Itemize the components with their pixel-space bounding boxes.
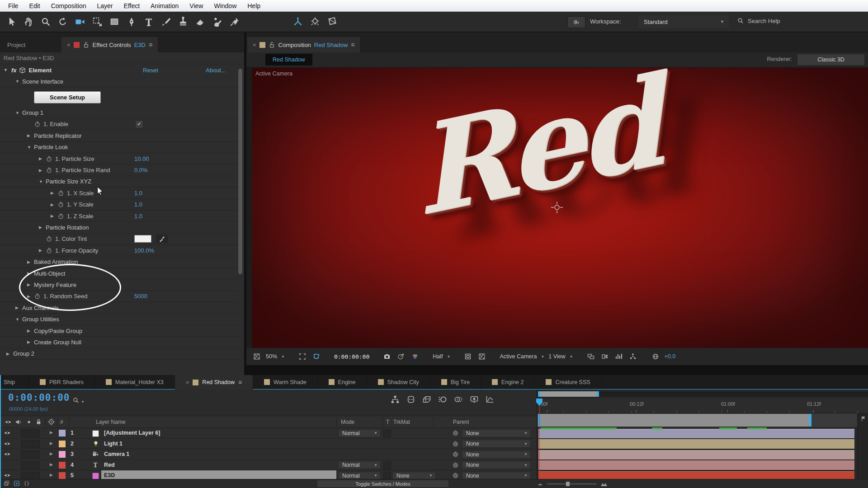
trkmat-column-label[interactable]: TrkMat — [393, 419, 410, 425]
workspace-select[interactable]: Standard ▼ — [638, 15, 729, 28]
view-menu-value[interactable]: Active Camera — [500, 353, 537, 360]
twirl-right-icon[interactable]: ▶ — [27, 294, 34, 299]
timeline-tab-creature-sss[interactable]: Creature SSS — [535, 375, 601, 389]
comp-network-icon[interactable] — [391, 395, 400, 404]
parent-pick-whip-icon[interactable] — [452, 462, 459, 469]
twirl-right-icon[interactable]: ▶ — [27, 260, 34, 264]
about-link[interactable]: About... — [206, 67, 226, 74]
lock-cell[interactable] — [31, 450, 40, 459]
zoom-track[interactable] — [547, 483, 597, 484]
lock-cell[interactable] — [31, 461, 40, 469]
eyedropper-icon[interactable] — [156, 235, 168, 243]
parent-column-label[interactable]: Parent — [453, 419, 469, 425]
eye-column-icon[interactable] — [5, 418, 12, 426]
parent-dropdown[interactable]: None▼ — [462, 461, 531, 469]
parent-dropdown[interactable]: None▼ — [462, 440, 531, 448]
twirl-right-icon[interactable]: ▶ — [39, 225, 46, 230]
twirl-right-icon[interactable]: ▶ — [39, 248, 46, 253]
layer-label-chip[interactable] — [59, 462, 66, 469]
twirl-down-icon[interactable]: ▼ — [4, 68, 8, 72]
work-area[interactable] — [537, 413, 868, 427]
twirl-down-icon[interactable]: ▼ — [15, 79, 22, 84]
motion-blur-icon[interactable] — [438, 395, 447, 404]
snapshot[interactable] — [382, 352, 392, 361]
tab-effect-controls[interactable]: × Effect Controls E3D ≡ — [61, 37, 158, 52]
parent-dropdown[interactable]: None▼ — [462, 472, 531, 480]
view-count-value[interactable]: 1 View — [548, 353, 565, 360]
t-cell[interactable] — [383, 429, 391, 437]
twirl-down-icon[interactable]: ▼ — [15, 111, 22, 115]
scrollbar[interactable] — [238, 69, 242, 274]
pan-behind-tool[interactable] — [89, 14, 106, 30]
zoom-in-icon[interactable] — [600, 480, 608, 488]
solo-cell[interactable] — [21, 440, 30, 448]
timeline-tab-ship[interactable]: Ship — [1, 375, 29, 389]
close-icon[interactable]: × — [186, 379, 189, 386]
layer-duration-bar-1[interactable] — [538, 429, 854, 438]
rgb-channels[interactable] — [410, 352, 420, 361]
timeline-tab-red-shadow[interactable]: ×Red Shadow≡ — [175, 375, 253, 389]
twirl-right-icon[interactable]: ▶ — [27, 340, 34, 344]
property-value[interactable]: 0.0% — [134, 167, 148, 174]
lock-icon[interactable] — [269, 42, 275, 48]
timeline-tab-big-tire[interactable]: Big Tire — [430, 375, 481, 389]
twirl-right-icon[interactable]: ▶ — [50, 451, 53, 456]
twirl-right-icon[interactable]: ▶ — [27, 133, 34, 138]
timeline-zoom-slider[interactable] — [538, 480, 608, 488]
zoom-tool[interactable] — [37, 14, 54, 30]
magnification-value[interactable]: 50% — [266, 353, 277, 360]
twirl-down-icon[interactable]: ▼ — [27, 145, 34, 150]
parent-dropdown[interactable]: None▼ — [462, 450, 531, 459]
renderer-button[interactable]: Classic 3D — [797, 54, 864, 65]
parent-pick-whip-icon[interactable] — [452, 441, 459, 447]
toggle-switches-button[interactable]: Toggle Switches / Modes — [317, 480, 448, 487]
stopwatch-icon[interactable] — [57, 201, 66, 208]
stopwatch-icon[interactable] — [34, 121, 42, 127]
property-value[interactable]: 1.0 — [134, 190, 142, 197]
timeline-search[interactable]: ▼ — [72, 397, 85, 404]
color-swatch[interactable] — [134, 235, 151, 243]
viewer-timecode[interactable]: 0:00:00:00 — [334, 353, 369, 360]
workspace-icon[interactable] — [567, 16, 585, 28]
twirl-right-icon[interactable]: ▶ — [51, 214, 57, 218]
layer-label-chip[interactable] — [59, 441, 66, 447]
menu-help[interactable]: Help — [242, 0, 266, 11]
twirl-right-icon[interactable]: ▶ — [51, 202, 57, 207]
zoom-out-icon[interactable] — [538, 481, 543, 487]
rotate-tool[interactable] — [54, 14, 71, 30]
ghost-icon[interactable] — [454, 395, 463, 404]
tab-project[interactable]: Project — [2, 37, 61, 52]
twirl-right-icon[interactable]: ▶ — [50, 462, 53, 467]
scene-setup-button[interactable]: Scene Setup — [34, 91, 101, 103]
lock-cell[interactable] — [31, 429, 40, 437]
stopwatch-icon[interactable] — [46, 247, 54, 254]
index-column-label[interactable]: # — [60, 419, 63, 425]
twirl-right-icon[interactable]: ▶ — [50, 441, 53, 446]
mode-dropdown[interactable]: Normal▼ — [338, 429, 381, 437]
stopwatch-icon[interactable] — [46, 167, 54, 174]
region-target[interactable] — [463, 352, 473, 361]
stopwatch-icon[interactable] — [34, 293, 42, 300]
parent-pick-whip-icon[interactable] — [452, 430, 459, 436]
close-icon[interactable]: × — [253, 42, 256, 48]
chevron-down-icon[interactable]: ▼ — [541, 355, 544, 359]
t-column-label[interactable]: T — [386, 419, 389, 425]
solo-column-icon[interactable] — [25, 418, 33, 426]
mode-column-label[interactable]: Mode — [341, 419, 354, 425]
show-snapshot[interactable] — [396, 352, 406, 361]
layer-duration-bar-2[interactable] — [538, 439, 854, 449]
eye-icon[interactable] — [4, 450, 11, 458]
layer-label-chip[interactable] — [59, 430, 66, 436]
parent-pick-whip-icon[interactable] — [452, 472, 459, 479]
twirl-right-icon[interactable]: ▶ — [27, 328, 34, 333]
menu-view[interactable]: View — [184, 0, 208, 11]
timeline-columns[interactable] — [614, 352, 624, 361]
layer-label-chip[interactable] — [59, 451, 66, 458]
stopwatch-icon[interactable] — [57, 190, 66, 197]
chevron-down-icon[interactable]: ▼ — [447, 355, 450, 359]
roi-shape[interactable] — [311, 352, 321, 361]
property-value[interactable]: 100.0% — [134, 247, 154, 254]
twirl-right-icon[interactable]: ▶ — [39, 156, 46, 161]
mode-dropdown[interactable]: Normal▼ — [338, 472, 381, 480]
world-axis-mode-icon[interactable] — [307, 14, 324, 30]
